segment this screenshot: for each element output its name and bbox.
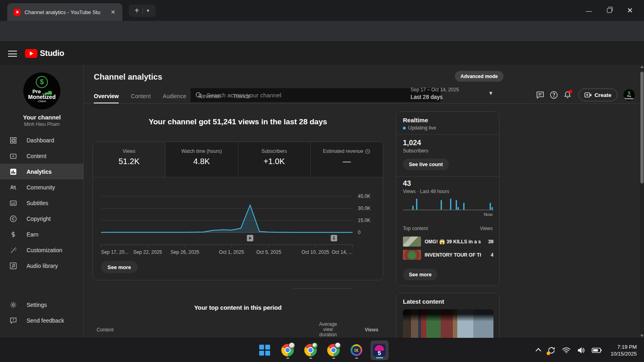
top-content-row[interactable]: INVENTORY TOUR OF THIS R...4 <box>403 248 493 261</box>
sidebar-item-audio-library[interactable]: Audio library <box>0 258 84 274</box>
ix-app-icon: IX <box>351 344 362 356</box>
sidebar-item-label: Audio library <box>27 263 58 269</box>
tab-title: Channel analytics - YouTube Stu <box>25 9 109 15</box>
scrollbar-down-arrow-icon[interactable] <box>640 335 644 337</box>
sidebar-item-subtitles[interactable]: Subtitles <box>0 195 84 211</box>
running-indicator <box>355 358 358 359</box>
chrome-icon <box>304 344 317 356</box>
analytics-icon <box>9 168 17 176</box>
battery-icon[interactable] <box>592 348 602 353</box>
tab-close-icon[interactable]: ✕ <box>111 9 116 15</box>
tab-audience[interactable]: Audience <box>163 93 186 104</box>
feedback-icon <box>9 317 17 325</box>
taskbar-chrome-profile-2[interactable] <box>302 341 320 360</box>
sidebar-item-content[interactable]: Content <box>0 148 84 164</box>
metric-value: +1.0K <box>238 157 310 166</box>
chevron-down-icon[interactable]: ▼ <box>488 90 493 96</box>
sidebar-item-earn[interactable]: Earn <box>0 226 84 242</box>
video-title: OMG! 😱 39 KILLS in a singl... <box>425 239 481 245</box>
taskbar-ix-app[interactable]: IX <box>348 341 365 360</box>
close-button[interactable]: ✕ <box>625 6 634 15</box>
analytics-tabs: OverviewContentAudienceRevenueTrends <box>94 93 250 104</box>
help-icon[interactable] <box>547 88 561 102</box>
new-tab-button[interactable]: + <box>131 6 142 15</box>
sidebar-item-label: Content <box>27 153 46 159</box>
sidebar-item-community[interactable]: Community <box>0 179 84 195</box>
see-more-button[interactable]: See more <box>101 261 138 273</box>
tray-time: 7:19 PM <box>611 343 637 350</box>
community-icon <box>9 183 17 191</box>
tab-search-chevron-icon[interactable]: ▼ <box>143 8 153 13</box>
channel-avatar[interactable]: $ Pre ▁▃▅ Monetized Chann <box>23 72 60 109</box>
scrollbar-up-arrow-icon[interactable] <box>640 66 644 68</box>
wifi-icon[interactable] <box>562 347 571 354</box>
dashboard-icon <box>9 136 17 144</box>
create-button[interactable]: Create <box>578 88 617 101</box>
tab-trends[interactable]: Trends <box>233 93 250 104</box>
metric-tab-subscribers[interactable]: Subscribers+1.0K <box>238 142 311 177</box>
tab-content[interactable]: Content <box>131 93 151 104</box>
start-button[interactable] <box>256 341 274 360</box>
date-range-picker[interactable]: Sep 17 – Oct 14, 2025 Last 28 days <box>411 87 488 100</box>
taskbar-chrome-active-profile-5[interactable]: 5 <box>371 341 388 360</box>
top-content-row[interactable]: OMG! 😱 39 KILLS in a singl...39 <box>403 235 493 248</box>
svg-text:15.0K: 15.0K <box>358 218 370 223</box>
metric-tab-views[interactable]: Views51.2K <box>93 142 165 177</box>
channel-name: Minh Hieu Pham <box>0 121 84 127</box>
video-title: INVENTORY TOUR OF THIS R... <box>425 252 481 258</box>
content-icon <box>9 152 17 160</box>
browser-tab[interactable]: Channel analytics - YouTube Stu ✕ <box>7 3 122 21</box>
realtime-card: Realtime Updating live 1,024 Subscribers… <box>396 111 500 286</box>
settings-icon <box>9 301 17 309</box>
svg-text:Sep 17, 20...: Sep 17, 20... <box>101 249 128 255</box>
sidebar-item-settings[interactable]: Settings <box>0 297 84 313</box>
sidebar-menu: DashboardContentAnalyticsCommunitySubtit… <box>0 132 84 274</box>
tab-revenue[interactable]: Revenue <box>198 93 221 104</box>
audio-library-icon <box>9 262 17 270</box>
tabs-underline <box>84 103 640 104</box>
scrollbar-thumb[interactable] <box>640 72 644 183</box>
advanced-mode-button[interactable]: Advanced mode <box>455 71 504 82</box>
sidebar-item-label: Copyright <box>27 216 51 222</box>
tray-clock[interactable]: 7:19 PM 10/15/2025 <box>611 343 637 357</box>
svg-text:30.0K: 30.0K <box>358 206 370 211</box>
views-line-chart[interactable]: 45.0K30.0K15.0K05Sep 17, 20...Sep 22, 20… <box>93 182 383 261</box>
taskbar-chrome-profile-3[interactable] <box>325 341 343 360</box>
your-channel-label: Your channel <box>0 114 84 121</box>
latest-content-title: Latest content <box>403 298 444 305</box>
studio-logo[interactable]: Studio <box>25 49 64 58</box>
table-header-avg-view-duration: Average view duration <box>314 322 342 337</box>
tray-show-hidden-icons[interactable] <box>537 348 541 352</box>
notification-dot <box>569 90 572 93</box>
menu-hamburger-icon[interactable] <box>8 51 17 57</box>
feedback-comment-icon[interactable] <box>533 88 547 102</box>
sidebar-item-send-feedback[interactable]: Send feedback <box>0 313 84 328</box>
restore-button[interactable] <box>607 8 612 13</box>
realtime-title: Realtime <box>403 117 493 123</box>
sidebar-item-customization[interactable]: Customization <box>0 242 84 258</box>
sidebar-item-label: Customization <box>27 247 62 253</box>
running-indicator <box>332 358 335 359</box>
realtime-see-more-button[interactable]: See more <box>403 269 438 280</box>
update-alert-dot <box>547 352 550 355</box>
notifications-bell-icon[interactable] <box>561 88 574 102</box>
volume-icon[interactable] <box>577 346 586 354</box>
create-label: Create <box>594 92 611 98</box>
account-avatar[interactable]: $ PreMonetized <box>623 89 635 101</box>
table-header-content: Content <box>97 327 114 333</box>
taskbar-chrome-profile-1[interactable] <box>279 341 297 360</box>
page-scrollbar[interactable] <box>640 65 644 338</box>
metric-tab-watch-time-hours-[interactable]: Watch time (hours)4.8K <box>165 142 238 177</box>
see-live-count-button[interactable]: See live count <box>403 158 449 170</box>
sidebar-item-analytics[interactable]: Analytics <box>0 164 84 179</box>
tab-overview[interactable]: Overview <box>94 93 119 104</box>
minimize-button[interactable]: — <box>584 7 593 14</box>
tray-update-icon[interactable] <box>547 346 556 355</box>
realtime-views-value: 43 <box>403 179 493 188</box>
metric-label: Watch time (hours) <box>165 148 237 154</box>
sidebar-item-copyright[interactable]: Copyright <box>0 211 84 226</box>
metric-tab-estimated-revenue[interactable]: Estimated revenue— <box>311 142 383 177</box>
running-indicator <box>286 358 289 359</box>
sidebar-item-dashboard[interactable]: Dashboard <box>0 132 84 148</box>
subtitles-icon <box>9 199 17 207</box>
